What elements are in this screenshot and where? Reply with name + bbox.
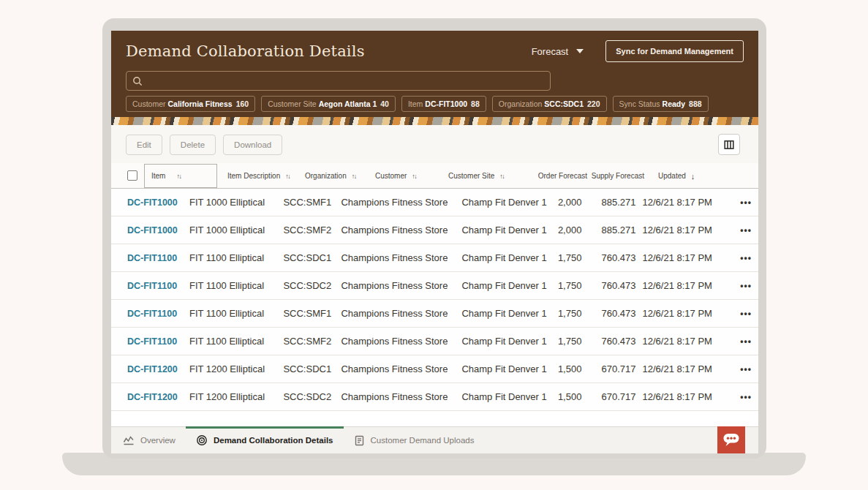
updated-cell: 12/6/21 8:17 PM xyxy=(636,308,715,319)
search-box[interactable] xyxy=(126,71,551,91)
row-actions-menu-icon[interactable]: ••• xyxy=(714,309,758,319)
row-actions-menu-icon[interactable]: ••• xyxy=(714,225,758,235)
item-description-cell: FIT 1100 Elliptical xyxy=(189,252,283,263)
supply-forecast-cell: 760.473 xyxy=(581,280,635,291)
updated-cell: 12/6/21 8:17 PM xyxy=(636,197,715,208)
item-link[interactable]: DC-FIT1000 xyxy=(127,197,189,208)
item-link[interactable]: DC-FIT1100 xyxy=(127,309,189,319)
table-row[interactable]: DC-FIT1200 FIT 1200 Elliptical SCC:SDC2 … xyxy=(111,383,758,411)
row-actions-menu-icon[interactable]: ••• xyxy=(714,281,758,291)
page: Demand Collaboration Details Forecast Sy… xyxy=(0,0,868,490)
table-row[interactable]: DC-FIT1100 FIT 1100 Elliptical SCC:SMF1 … xyxy=(111,300,758,328)
table-row[interactable]: DC-FIT1000 FIT 1000 Elliptical SCC:SMF2 … xyxy=(111,216,758,244)
organization-cell: SCC:SMF2 xyxy=(283,225,341,235)
decorative-pattern-strip xyxy=(111,117,758,125)
column-header-order-forecast[interactable]: Order Forecast xyxy=(529,163,587,189)
chip-count: 160 xyxy=(236,99,249,108)
download-button[interactable]: Download xyxy=(223,135,282,155)
supply-forecast-cell: 670.717 xyxy=(581,363,635,374)
laptop-screen-bezel: Demand Collaboration Details Forecast Sy… xyxy=(102,18,766,459)
filter-chips: CustomerCalifornia Fitness160 Customer S… xyxy=(126,96,744,112)
sort-icon[interactable]: ↑↓ xyxy=(352,173,356,180)
item-link[interactable]: DC-FIT1100 xyxy=(127,336,189,347)
forecast-dropdown[interactable]: Forecast xyxy=(532,46,584,57)
sort-icon[interactable]: ↑↓ xyxy=(412,173,416,180)
order-forecast-cell: 1,750 xyxy=(558,308,582,319)
tab-customer-demand-uploads[interactable]: Customer Demand Uploads xyxy=(344,427,485,453)
customer-site-cell: Champ Fit Denver 1 xyxy=(461,197,557,208)
tab-label: Overview xyxy=(140,436,176,445)
column-label: Order Forecast xyxy=(538,172,587,180)
column-header-customer-site[interactable]: Customer Site ↑↓ xyxy=(448,163,504,189)
row-actions-menu-icon[interactable]: ••• xyxy=(714,364,758,374)
item-description-cell: FIT 1100 Elliptical xyxy=(189,336,283,347)
chip-label: Customer Site xyxy=(268,99,317,108)
customer-cell: Champions Fitness Store xyxy=(341,225,461,235)
item-link[interactable]: DC-FIT1100 xyxy=(127,253,189,263)
item-description-cell: FIT 1100 Elliptical xyxy=(189,308,283,319)
supply-forecast-cell: 760.473 xyxy=(581,336,635,347)
sync-demand-management-button[interactable]: Sync for Demand Management xyxy=(605,40,744,62)
search-input[interactable] xyxy=(148,76,544,86)
select-all-checkbox[interactable] xyxy=(127,170,137,181)
organization-cell: SCC:SMF1 xyxy=(283,197,341,208)
filter-chip-sync-status[interactable]: Sync StatusReady888 xyxy=(613,96,709,112)
item-link[interactable]: DC-FIT1200 xyxy=(127,364,189,374)
customer-cell: Champions Fitness Store xyxy=(341,336,461,347)
delete-button[interactable]: Delete xyxy=(170,135,216,155)
column-header-item-description[interactable]: Item Description ↑↓ xyxy=(227,163,290,189)
customer-site-cell: Champ Fit Denver 1 xyxy=(461,225,557,235)
filter-chip-organization[interactable]: OrganizationSCC:SDC1220 xyxy=(492,96,607,112)
item-link[interactable]: DC-FIT1000 xyxy=(127,225,189,235)
row-actions-menu-icon[interactable]: ••• xyxy=(714,197,758,208)
filter-chip-customer-site[interactable]: Customer SiteAegon Atlanta 140 xyxy=(261,96,396,112)
table-row[interactable]: DC-FIT1000 FIT 1000 Elliptical SCC:SMF1 … xyxy=(111,189,758,216)
customer-site-cell: Champ Fit Denver 1 xyxy=(461,336,557,347)
filter-chip-item[interactable]: ItemDC-FIT100088 xyxy=(401,96,486,112)
sort-icon[interactable]: ↑↓ xyxy=(285,173,290,180)
bottom-tab-bar: Overview Demand Collaboration Details xyxy=(111,426,758,453)
customer-cell: Champions Fitness Store xyxy=(341,252,461,263)
order-forecast-cell: 1,750 xyxy=(558,336,582,347)
chip-count: 40 xyxy=(380,99,389,108)
column-label: Customer xyxy=(375,172,407,180)
column-header-item[interactable]: Item ↑↓ xyxy=(144,164,217,188)
sort-icon[interactable]: ↑↓ xyxy=(176,173,181,180)
filter-chip-customer[interactable]: CustomerCalifornia Fitness160 xyxy=(126,96,255,112)
organization-cell: SCC:SDC2 xyxy=(283,391,341,402)
table-header: Item ↑↓ Item Description ↑↓ Organization… xyxy=(111,163,758,189)
column-header-customer[interactable]: Customer ↑↓ xyxy=(375,163,416,189)
manage-columns-button[interactable] xyxy=(718,134,740,155)
table-row[interactable]: DC-FIT1200 FIT 1200 Elliptical SCC:SDC1 … xyxy=(111,355,758,383)
table-row[interactable]: DC-FIT1100 FIT 1100 Elliptical SCC:SDC2 … xyxy=(111,272,758,300)
supply-forecast-cell: 760.473 xyxy=(581,308,635,319)
row-actions-menu-icon[interactable]: ••• xyxy=(714,336,758,347)
edit-button[interactable]: Edit xyxy=(126,135,162,155)
item-link[interactable]: DC-FIT1100 xyxy=(127,281,189,291)
order-forecast-cell: 1,500 xyxy=(558,391,582,402)
column-header-organization[interactable]: Organization ↑↓ xyxy=(305,163,356,189)
item-description-cell: FIT 1100 Elliptical xyxy=(189,280,283,291)
row-actions-menu-icon[interactable]: ••• xyxy=(714,253,758,263)
organization-cell: SCC:SMF2 xyxy=(283,336,341,347)
updated-cell: 12/6/21 8:17 PM xyxy=(636,336,715,347)
updated-cell: 12/6/21 8:17 PM xyxy=(636,225,715,235)
tab-demand-collaboration-details[interactable]: Demand Collaboration Details xyxy=(186,427,344,453)
item-link[interactable]: DC-FIT1200 xyxy=(127,392,189,402)
table-row[interactable]: DC-FIT1100 FIT 1100 Elliptical SCC:SMF2 … xyxy=(111,328,758,355)
sort-icon[interactable]: ↑↓ xyxy=(499,173,504,180)
column-header-updated[interactable]: Updated ↓ xyxy=(658,163,695,189)
column-header-supply-forecast[interactable]: Supply Forecast xyxy=(586,163,644,189)
customer-site-cell: Champ Fit Denver 1 xyxy=(461,363,557,374)
order-forecast-cell: 1,500 xyxy=(558,363,582,374)
row-actions-menu-icon[interactable]: ••• xyxy=(714,392,758,402)
tab-overview[interactable]: Overview xyxy=(113,427,186,453)
table-row[interactable]: DC-FIT1100 FIT 1100 Elliptical SCC:SDC1 … xyxy=(111,244,758,272)
customer-cell: Champions Fitness Store xyxy=(341,391,461,402)
column-label: Supply Forecast xyxy=(592,172,644,180)
column-label: Updated xyxy=(658,172,686,180)
sort-descending-icon[interactable]: ↓ xyxy=(691,172,695,181)
forecast-dropdown-label: Forecast xyxy=(532,46,569,57)
updated-cell: 12/6/21 8:17 PM xyxy=(636,391,715,402)
chat-assistant-button[interactable] xyxy=(717,426,745,453)
